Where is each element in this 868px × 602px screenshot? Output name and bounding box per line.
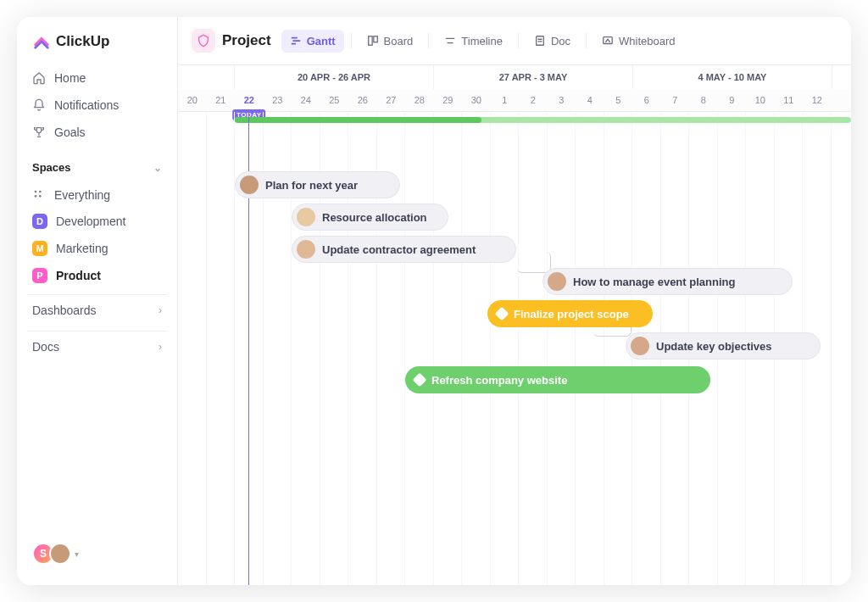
view-tab-whiteboard[interactable]: Whiteboard bbox=[593, 30, 683, 53]
day-cell[interactable]: 27 bbox=[377, 89, 406, 111]
chevron-down-icon: ▾ bbox=[75, 549, 79, 559]
chevron-right-icon: › bbox=[159, 341, 162, 353]
day-cell[interactable]: 7 bbox=[661, 89, 690, 111]
sidebar-space-marketing[interactable]: M Marketing bbox=[27, 235, 167, 262]
nav-goals[interactable]: Goals bbox=[27, 119, 167, 146]
day-cell[interactable]: 20 bbox=[178, 89, 207, 111]
day-cell[interactable]: 29 bbox=[434, 89, 463, 111]
day-row: 202122TODAY23242526272829301234567891011… bbox=[178, 89, 851, 111]
sidebar-everything[interactable]: Everything bbox=[27, 182, 167, 208]
day-cell[interactable]: 28 bbox=[405, 89, 434, 111]
menu-label: Dashboards bbox=[32, 304, 97, 317]
day-cell[interactable]: 10 bbox=[746, 89, 775, 111]
grid-column bbox=[576, 112, 604, 585]
grid-column bbox=[462, 112, 491, 585]
svg-rect-11 bbox=[537, 36, 544, 46]
nav-notifications[interactable]: Notifications bbox=[27, 92, 167, 119]
svg-point-0 bbox=[35, 191, 37, 193]
divider bbox=[586, 33, 587, 48]
project-header[interactable]: Project bbox=[192, 29, 278, 53]
bell-icon bbox=[32, 98, 46, 112]
clickup-logo-icon bbox=[32, 32, 51, 51]
overall-progress bbox=[235, 117, 851, 123]
svg-point-2 bbox=[35, 195, 37, 198]
svg-point-1 bbox=[39, 191, 42, 193]
day-cell[interactable]: 6 bbox=[632, 89, 661, 111]
view-label: Doc bbox=[551, 35, 570, 47]
timeline-icon bbox=[444, 35, 456, 47]
view-tab-timeline[interactable]: Timeline bbox=[436, 30, 511, 53]
task-bar[interactable]: Finalize project scope bbox=[487, 300, 653, 327]
view-label: Board bbox=[384, 35, 414, 47]
day-cell[interactable]: 9 bbox=[718, 89, 747, 111]
user-avatars[interactable]: S ▾ bbox=[27, 543, 167, 570]
board-icon bbox=[367, 35, 379, 47]
sidebar-dashboards[interactable]: Dashboards › bbox=[27, 294, 167, 326]
task-bar[interactable]: Plan for next year bbox=[235, 171, 400, 198]
grid-column bbox=[491, 112, 520, 585]
task-label: Resource allocation bbox=[322, 211, 427, 224]
sidebar-docs[interactable]: Docs › bbox=[27, 331, 167, 362]
day-cell[interactable]: 22TODAY bbox=[235, 89, 264, 111]
view-label: Timeline bbox=[461, 35, 503, 47]
gantt-timeline: 20 APR - 26 APR 27 APR - 3 MAY 4 MAY - 1… bbox=[178, 65, 851, 585]
grid-column bbox=[178, 112, 207, 585]
avatar bbox=[297, 208, 315, 226]
week-label: 4 MAY - 10 MAY bbox=[633, 65, 832, 89]
diamond-icon bbox=[495, 307, 509, 321]
day-cell[interactable]: 1 bbox=[491, 89, 520, 111]
day-cell[interactable]: 25 bbox=[320, 89, 349, 111]
task-bar[interactable]: Update contractor agreement bbox=[292, 236, 516, 263]
task-bar[interactable]: How to manage event planning bbox=[542, 268, 793, 295]
svg-rect-14 bbox=[604, 37, 613, 44]
task-bar[interactable]: Resource allocation bbox=[292, 203, 448, 231]
grid-icon bbox=[32, 188, 46, 202]
divider bbox=[518, 33, 519, 48]
logo[interactable]: ClickUp bbox=[27, 32, 167, 64]
day-cell[interactable]: 26 bbox=[348, 89, 377, 111]
task-connector bbox=[517, 252, 551, 273]
svg-point-3 bbox=[39, 195, 42, 198]
task-bar[interactable]: Update key objectives bbox=[626, 332, 821, 360]
day-cell[interactable]: 11 bbox=[775, 89, 804, 111]
sidebar: ClickUp Home Notifications Goals Spaces … bbox=[17, 17, 178, 585]
spaces-header[interactable]: Spaces ⌄ bbox=[27, 146, 167, 182]
day-cell[interactable]: 23 bbox=[264, 89, 292, 111]
space-label: Product bbox=[56, 269, 101, 282]
day-cell[interactable]: 30 bbox=[462, 89, 491, 111]
view-tab-gantt[interactable]: Gantt bbox=[281, 30, 344, 53]
grid-column bbox=[434, 112, 463, 585]
svg-rect-8 bbox=[373, 36, 376, 42]
everything-label: Everything bbox=[54, 188, 110, 202]
task-bar[interactable]: Refresh company website bbox=[405, 366, 710, 393]
space-badge: M bbox=[32, 241, 47, 256]
day-cell[interactable]: 4 bbox=[576, 89, 604, 111]
view-tab-doc[interactable]: Doc bbox=[526, 30, 579, 53]
timeline-headers: 20 APR - 26 APR 27 APR - 3 MAY 4 MAY - 1… bbox=[178, 65, 851, 112]
avatar bbox=[297, 240, 315, 259]
day-cell[interactable]: 21 bbox=[207, 89, 236, 111]
day-cell[interactable]: 2 bbox=[519, 89, 548, 111]
sidebar-space-development[interactable]: D Development bbox=[27, 208, 167, 235]
timeline-body[interactable]: Plan for next yearResource allocationUpd… bbox=[178, 112, 851, 585]
space-badge: P bbox=[32, 268, 47, 283]
diamond-icon bbox=[413, 373, 427, 387]
chevron-down-icon: ⌄ bbox=[153, 162, 162, 174]
day-cell[interactable]: 8 bbox=[689, 89, 718, 111]
divider bbox=[351, 33, 352, 48]
sidebar-space-product[interactable]: P Product bbox=[27, 262, 167, 289]
view-tab-board[interactable]: Board bbox=[359, 30, 422, 53]
trophy-icon bbox=[32, 125, 46, 139]
space-badge: D bbox=[32, 214, 47, 229]
app-window: ClickUp Home Notifications Goals Spaces … bbox=[17, 17, 851, 585]
nav-label: Home bbox=[54, 71, 86, 85]
day-cell[interactable]: 3 bbox=[548, 89, 576, 111]
nav-home[interactable]: Home bbox=[27, 64, 167, 92]
task-label: How to manage event planning bbox=[573, 276, 735, 288]
whiteboard-icon bbox=[602, 35, 614, 47]
spaces-title: Spaces bbox=[32, 161, 71, 174]
day-cell[interactable]: 24 bbox=[292, 89, 320, 111]
day-cell[interactable]: 5 bbox=[604, 89, 633, 111]
avatar bbox=[548, 272, 566, 291]
day-cell[interactable]: 12 bbox=[803, 89, 832, 111]
